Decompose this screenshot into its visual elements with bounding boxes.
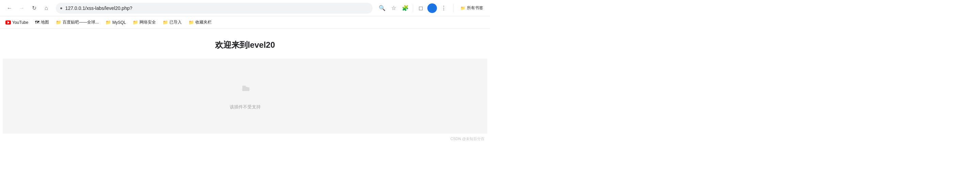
- bookmark-baidu-label: 百度贴吧——全球...: [63, 19, 99, 25]
- bookmark-favorites[interactable]: 📁 收藏夹栏: [186, 18, 215, 27]
- bookmark-mysql[interactable]: 📁 MySQL: [103, 18, 129, 26]
- youtube-icon: [5, 21, 11, 24]
- bookmark-baidu[interactable]: 📁 百度贴吧——全球...: [53, 18, 102, 27]
- forward-button[interactable]: →: [16, 3, 27, 14]
- bookmark-maps-label: 地图: [41, 19, 49, 25]
- window-button[interactable]: ◻: [415, 3, 426, 14]
- address-bar[interactable]: ● 127.0.0.1/xss-labs/level20.php?: [56, 3, 372, 14]
- imported-folder-icon: 📁: [163, 20, 168, 25]
- folder-icon: 📁: [460, 6, 466, 11]
- baidu-folder-icon: 📁: [56, 20, 61, 25]
- footer-watermark: CSDN @未知百分百: [0, 133, 490, 144]
- all-bookmarks-button[interactable]: 📁 所有书签: [458, 4, 486, 12]
- home-button[interactable]: ⌂: [41, 3, 52, 14]
- bookmark-netsec[interactable]: 📁 网络安全: [130, 18, 159, 27]
- page-title: 欢迎来到level20: [0, 40, 490, 50]
- mysql-folder-icon: 📁: [105, 20, 111, 25]
- watermark-text: CSDN @未知百分百: [450, 137, 485, 141]
- plugin-area: 该插件不受支持: [3, 59, 487, 133]
- bookmark-favorites-label: 收藏夹栏: [195, 19, 212, 25]
- bookmark-imported-label: 已导入: [169, 19, 182, 25]
- divider: [413, 4, 413, 12]
- netsec-folder-icon: 📁: [133, 20, 138, 25]
- browser-frame: ← → ↻ ⌂ ● 127.0.0.1/xss-labs/level20.php…: [0, 0, 490, 29]
- profile-button[interactable]: 👤: [427, 3, 437, 13]
- plugin-unsupported-text: 该插件不受支持: [230, 104, 261, 110]
- bookmarks-bar: YouTube 🗺 地图 📁 百度贴吧——全球... 📁 MySQL 📁 网络安…: [0, 16, 490, 29]
- bookmark-imported[interactable]: 📁 已导入: [160, 18, 185, 27]
- search-button[interactable]: 🔍: [377, 3, 388, 14]
- favorites-folder-icon: 📁: [189, 20, 194, 25]
- map-icon: 🗺: [35, 20, 40, 25]
- extensions-button[interactable]: 🧩: [400, 3, 411, 14]
- bookmark-youtube[interactable]: YouTube: [3, 19, 31, 26]
- page-content: 欢迎来到level20 该插件不受支持 CSDN @未知百分百: [0, 29, 490, 165]
- lock-icon: ●: [60, 5, 63, 11]
- youtube-play-triangle: [8, 21, 10, 24]
- all-bookmarks-label: 所有书签: [467, 5, 483, 11]
- address-text: 127.0.0.1/xss-labs/level20.php?: [65, 5, 369, 11]
- puzzle-icon: [236, 82, 254, 100]
- right-divider: [453, 4, 453, 12]
- bookmark-netsec-label: 网络安全: [140, 19, 156, 25]
- profile-icon: 👤: [430, 5, 435, 11]
- bookmark-maps[interactable]: 🗺 地图: [32, 18, 52, 27]
- back-button[interactable]: ←: [4, 3, 15, 14]
- menu-button[interactable]: ⋮: [438, 3, 449, 14]
- nav-actions: 🔍 ☆ 🧩 ◻ 👤 ⋮: [377, 3, 449, 14]
- bookmark-youtube-label: YouTube: [12, 20, 28, 25]
- navigation-bar: ← → ↻ ⌂ ● 127.0.0.1/xss-labs/level20.php…: [0, 0, 490, 16]
- bookmark-mysql-label: MySQL: [112, 20, 126, 25]
- page-title-area: 欢迎来到level20: [0, 29, 490, 59]
- reload-button[interactable]: ↻: [29, 3, 40, 14]
- bookmark-star-button[interactable]: ☆: [388, 3, 399, 14]
